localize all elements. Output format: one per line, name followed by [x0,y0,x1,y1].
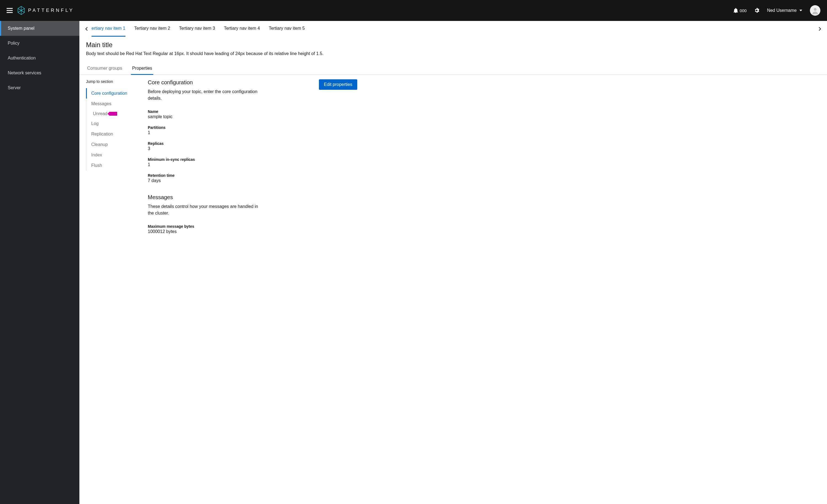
jump-sub-label: Unread [93,111,107,116]
main-content: ertiary nav item 1Tertiary nav item 2Ter… [80,21,827,504]
tertiary-nav-item-4[interactable]: Tertiary nav item 4 [224,21,260,37]
property-value: sample topic [148,114,357,119]
property-label: Replicas [148,141,357,146]
settings-button[interactable] [754,8,759,13]
tertiary-nav-item-1[interactable]: ertiary nav item 1 [92,21,126,37]
logo-icon [17,6,26,15]
section-desc-core: Before deploying your topic, enter the c… [148,89,263,102]
property-value: 7 days [148,178,357,183]
jump-link-cleanup[interactable]: Cleanup [86,139,141,150]
jump-link-replication[interactable]: Replication [86,129,141,139]
svg-rect-2 [7,12,13,13]
edit-properties-button[interactable]: Edit properties [319,79,357,90]
property-item: Retention time7 days [148,173,357,183]
property-value: 1000012 bytes [148,229,357,234]
sidebar-item-authentication[interactable]: Authentication [0,51,80,65]
chevron-left-icon [86,27,88,31]
avatar[interactable] [810,5,820,16]
property-label: Name [148,109,357,114]
chevron-right-icon [819,27,821,31]
jump-link-core-configuration[interactable]: Core configuration [86,88,141,99]
tertiary-scroll-left-button[interactable] [84,22,89,35]
menu-toggle-button[interactable] [7,8,13,13]
notification-count: 000 [740,8,746,13]
sidebar-nav: System panelPolicyAuthenticationNetwork … [0,21,80,504]
jump-links-nav: Jump to section Core configurationMessag… [86,79,141,240]
sub-tabs: Consumer groupsProperties [80,62,827,75]
property-item: Replicas3 [148,141,357,151]
sidebar-item-system-panel[interactable]: System panel [0,21,80,36]
property-item: Namesample topic [148,109,357,119]
property-item: Minimum in-sync replicas1 [148,157,357,167]
jump-link-unread[interactable]: Unread [86,109,141,118]
section-title-messages: Messages [148,194,357,201]
page-header: Main title Body text should be Red Hat T… [80,37,827,62]
sidebar-item-policy[interactable]: Policy [0,36,80,51]
jump-links-title: Jump to section [86,79,141,84]
caret-down-icon [799,10,802,11]
svg-rect-0 [7,8,13,9]
property-label: Retention time [148,173,357,178]
property-item: Partitions1 [148,125,357,135]
section-desc-messages: These details control how your messages … [148,203,263,217]
jump-link-index[interactable]: Index [86,150,141,160]
tertiary-nav-item-5[interactable]: Tertiary nav item 5 [269,21,305,37]
svg-point-3 [814,8,817,11]
page-title: Main title [86,41,820,49]
property-value: 1 [148,162,357,167]
property-item: Maximum message bytes1000012 bytes [148,224,357,234]
detail-panel: Core configuration Before deploying your… [148,79,357,240]
property-label: Maximum message bytes [148,224,357,229]
jump-link-log[interactable]: Log [86,118,141,129]
tertiary-nav-item-3[interactable]: Tertiary nav item 3 [179,21,215,37]
sidebar-item-server[interactable]: Server [0,80,80,95]
username-label: Ned Username [767,8,797,13]
tertiary-scroll-right-button[interactable] [817,22,823,35]
avatar-icon [811,7,819,14]
hamburger-icon [7,8,13,13]
svg-rect-1 [7,10,13,11]
tertiary-nav: ertiary nav item 1Tertiary nav item 2Ter… [80,21,827,37]
user-menu-button[interactable]: Ned Username [767,8,802,13]
brand-logo[interactable]: PATTERNFLY [17,6,74,15]
bell-icon [734,8,738,13]
brand-text: PATTERNFLY [28,8,74,13]
property-value: 1 [148,130,357,135]
page-description: Body text should be Red Hat Text Regular… [86,50,820,57]
gear-icon [754,8,759,13]
tertiary-nav-item-2[interactable]: Tertiary nav item 2 [134,21,171,37]
jump-link-flush[interactable]: Flush [86,160,141,171]
tag-icon [109,112,117,116]
tab-consumer-groups[interactable]: Consumer groups [86,62,123,75]
property-value: 3 [148,146,357,151]
sidebar-item-network-services[interactable]: Network services [0,65,80,80]
property-label: Partitions [148,125,357,130]
property-label: Minimum in-sync replicas [148,157,357,162]
tab-properties[interactable]: Properties [131,62,153,75]
jump-link-messages[interactable]: Messages [86,99,141,109]
masthead: PATTERNFLY 000 Ned Username [0,0,827,21]
section-title-core: Core configuration [148,79,263,86]
notifications-button[interactable]: 000 [734,8,746,13]
